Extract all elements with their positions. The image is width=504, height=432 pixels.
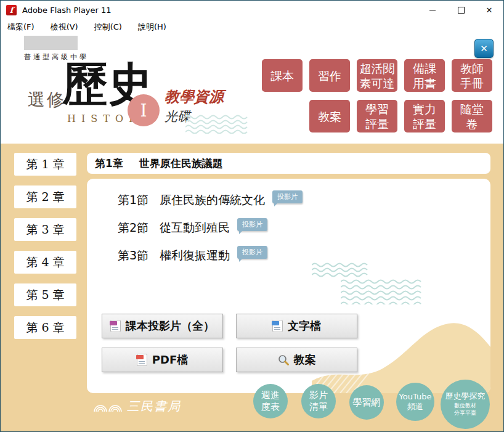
- resource-button-learning-assessment[interactable]: 學習 評量: [357, 100, 397, 132]
- circle-label: 週進 度表: [261, 389, 280, 413]
- youtube-channel-circle-button[interactable]: YouTube 頻道: [396, 383, 434, 421]
- circle-label: 歷史學探究: [445, 391, 486, 401]
- video-list-circle-button[interactable]: 影片 清單: [301, 384, 336, 418]
- wave-decoration-icon: [312, 263, 370, 279]
- volume-badge: I: [128, 94, 160, 126]
- slides-tag-button[interactable]: 投影片: [237, 218, 267, 231]
- section-row-3: 第3節 權利復振運動 投影片: [118, 248, 267, 264]
- file-button-label: 教案: [294, 353, 316, 367]
- app-close-icon: ✕: [480, 43, 488, 54]
- publisher-name: 三民書局: [127, 398, 181, 415]
- wave-decoration-icon: [341, 279, 427, 304]
- resource-button-prep-book[interactable]: 備課 用書: [404, 59, 445, 92]
- resource-button-lesson-plan[interactable]: 教案: [309, 100, 350, 132]
- chapter-title: 世界原住民族議題: [139, 157, 223, 171]
- circle-sublabel: 數位教材 分享平臺: [454, 402, 476, 417]
- text-file-button[interactable]: 文字檔: [236, 314, 357, 338]
- app-close-button[interactable]: ✕: [474, 39, 494, 58]
- ppt-file-icon: [110, 320, 121, 332]
- minimize-icon: [429, 10, 436, 10]
- window-controls: ✕: [418, 1, 503, 19]
- slides-all-button[interactable]: 課本投影片（全）: [102, 314, 223, 338]
- section-title: 從互動到殖民: [160, 220, 230, 236]
- history-research-circle-button[interactable]: 歷史學探究 數位教材 分享平臺: [441, 380, 490, 429]
- slides-tag-button[interactable]: 投影片: [272, 190, 303, 203]
- header: 普通型高級中學 選修 歷史 HISTORY I 教學資源 光碟 ✕ 課本 習作 …: [1, 35, 503, 144]
- wave-decoration-icon: [185, 114, 250, 134]
- subtitle-resource: 教學資源: [165, 87, 224, 107]
- close-icon: ✕: [486, 6, 493, 15]
- chapter-header: 第1章 世界原住民族議題: [87, 153, 490, 174]
- circle-label: YouTube 頻道: [399, 392, 432, 412]
- search-icon: [278, 354, 289, 365]
- sidebar-item-chapter-6[interactable]: 第 6 章: [14, 316, 76, 339]
- section-row-1: 第1節 原住民族的傳統文化 投影片: [118, 192, 303, 208]
- circle-label: 影片 清單: [309, 389, 328, 413]
- menu-view[interactable]: 檢視(V): [51, 22, 78, 33]
- sidebar-item-chapter-5[interactable]: 第 5 章: [14, 283, 76, 306]
- rainbow-arcs-icon: [93, 401, 123, 412]
- menu-control[interactable]: 控制(C): [94, 22, 122, 33]
- publisher-logo: 三民書局: [93, 398, 181, 415]
- resource-button-reading[interactable]: 超活閱 素可達: [357, 59, 397, 92]
- file-button-label: 課本投影片（全）: [126, 319, 214, 333]
- title-prefix: 選修: [28, 88, 66, 112]
- flash-player-window: f Adobe Flash Player 11 ✕ 檔案(F) 檢視(V) 控制…: [0, 0, 504, 432]
- menu-help[interactable]: 說明(H): [138, 22, 166, 33]
- section-number: 第2節: [118, 220, 148, 236]
- file-button-label: 文字檔: [288, 319, 321, 333]
- section-row-2: 第2節 從互動到殖民 投影片: [118, 220, 267, 236]
- file-button-label: PDF檔: [152, 353, 188, 367]
- section-number: 第1節: [118, 192, 148, 208]
- close-button[interactable]: ✕: [475, 1, 503, 19]
- slides-tag-button[interactable]: 投影片: [237, 246, 267, 259]
- resource-button-workbook[interactable]: 習作: [309, 59, 350, 92]
- doc-file-icon: [272, 320, 283, 332]
- learning-site-circle-button[interactable]: 學習網: [349, 385, 384, 420]
- resource-button-ability-assessment[interactable]: 實力 評量: [404, 100, 445, 132]
- menu-bar: 檔案(F) 檢視(V) 控制(C) 說明(H): [1, 19, 503, 35]
- lesson-plan-file-button[interactable]: 教案: [236, 348, 357, 372]
- maximize-icon: [458, 7, 465, 14]
- window-title: Adobe Flash Player 11: [22, 6, 112, 15]
- pdf-file-icon: [137, 354, 147, 366]
- circle-label: 學習網: [353, 397, 381, 409]
- sidebar-item-chapter-2[interactable]: 第 2 章: [14, 185, 76, 208]
- logo-placeholder: [24, 36, 78, 50]
- flash-logo-icon: f: [6, 5, 17, 15]
- title-bar: f Adobe Flash Player 11 ✕: [1, 1, 503, 19]
- sidebar-item-chapter-3[interactable]: 第 3 章: [14, 218, 76, 241]
- section-number: 第3節: [118, 248, 148, 264]
- pdf-file-button[interactable]: PDF檔: [102, 348, 223, 372]
- menu-file[interactable]: 檔案(F): [7, 22, 35, 33]
- weekly-schedule-circle-button[interactable]: 週進 度表: [253, 384, 288, 418]
- chapter-content-panel: 第1節 原住民族的傳統文化 投影片 第2節 從互動到殖民 投影片 第3節 權利復…: [87, 179, 490, 393]
- resource-button-teacher-manual[interactable]: 教師 手冊: [452, 59, 492, 92]
- sidebar-item-chapter-4[interactable]: 第 4 章: [14, 251, 76, 274]
- chapter-number: 第1章: [95, 157, 123, 171]
- section-title: 原住民族的傳統文化: [160, 192, 265, 208]
- volume-number: I: [140, 100, 147, 121]
- resource-button-quiz-sheet[interactable]: 隨堂 卷: [452, 100, 492, 132]
- resource-button-textbook[interactable]: 課本: [262, 59, 303, 92]
- maximize-button[interactable]: [447, 1, 475, 19]
- sidebar-item-chapter-1[interactable]: 第 1 章: [14, 153, 76, 176]
- section-title: 權利復振運動: [160, 248, 230, 264]
- minimize-button[interactable]: [418, 1, 447, 19]
